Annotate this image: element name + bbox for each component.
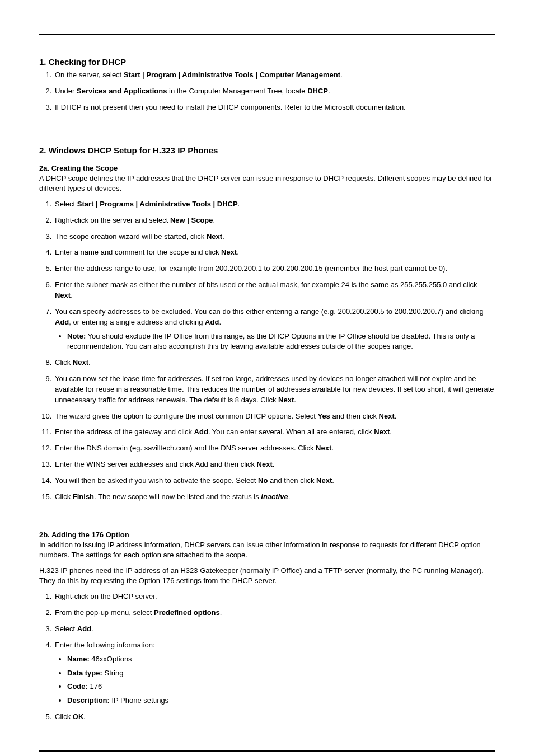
- text: Select: [55, 200, 77, 208]
- list-item: Enter the following information: Name: 4…: [54, 640, 495, 706]
- text: . You can enter several. When all are en…: [208, 428, 374, 436]
- bold-text: Add: [205, 318, 219, 326]
- text: and then click: [268, 476, 316, 485]
- bold-text: No: [258, 476, 268, 485]
- text: .: [328, 87, 330, 95]
- bold-text: Finish: [73, 492, 94, 501]
- text: String: [102, 669, 124, 677]
- list-item: Select Add.: [54, 624, 495, 635]
- text: Under: [55, 87, 77, 95]
- section-2b-list: Right-click on the DHCP server. From the…: [54, 591, 495, 722]
- bold-text: Add: [77, 624, 91, 633]
- bold-text: Yes: [317, 412, 330, 420]
- bold-text: Note:: [67, 332, 86, 340]
- list-item: Under Services and Applications in the C…: [54, 86, 495, 97]
- list-item: On the server, select Start | Program | …: [54, 70, 495, 81]
- text: IP Phone settings: [110, 696, 168, 705]
- text: .: [219, 318, 221, 326]
- bold-text: Next: [316, 444, 331, 452]
- text: .: [213, 216, 216, 224]
- text: Enter the subnet mask as either the numb…: [55, 280, 477, 289]
- text: and then click: [330, 412, 379, 420]
- info-item: Code: 176: [67, 682, 495, 692]
- bold-text: Add: [55, 318, 69, 326]
- section-2a-intro: A DHCP scope defines the IP addresses th…: [39, 173, 495, 194]
- text: .: [273, 460, 275, 468]
- text: Right-click on the server and select: [55, 216, 170, 224]
- note-list: Note: You should exclude the IP Office f…: [67, 331, 495, 353]
- list-item: Enter the WINS server addresses and clic…: [54, 459, 495, 470]
- list-item: If DHCP is not present then you need to …: [54, 102, 495, 113]
- bold-text: Start | Program | Administrative Tools |…: [124, 71, 340, 79]
- text: .: [331, 444, 334, 452]
- bold-text: Services and Applications: [77, 87, 167, 95]
- text: You will then be asked if you wish to ac…: [55, 476, 258, 485]
- text: Enter the following information:: [55, 641, 154, 649]
- text: Select: [55, 624, 77, 633]
- bold-text: Next: [379, 412, 395, 420]
- text: in the Computer Management Tree, locate: [167, 87, 307, 95]
- list-item: Click Finish. The new scope will now be …: [54, 492, 495, 503]
- section-2a-heading: 2a. Creating the Scope: [39, 164, 495, 172]
- info-item: Data type: String: [67, 668, 495, 679]
- text: .: [340, 71, 343, 79]
- bold-text: Predefined options: [154, 608, 220, 617]
- list-item: Enter a name and comment for the scope a…: [54, 247, 495, 258]
- text: .: [88, 358, 91, 367]
- list-item: The scope creation wizard will be starte…: [54, 232, 495, 242]
- text: .: [220, 608, 222, 617]
- text: Enter the WINS server addresses and clic…: [55, 460, 257, 468]
- text: If DHCP is not present then you need to …: [55, 103, 406, 111]
- section-2b-intro1: In addition to issuing IP address inform…: [39, 540, 495, 560]
- bold-text: Next: [374, 428, 390, 436]
- list-item: Right-click on the server and select New…: [54, 215, 495, 226]
- text: .: [222, 232, 224, 241]
- note-item: Note: You should exclude the IP Office f…: [67, 331, 495, 353]
- text: .: [294, 396, 296, 404]
- info-list: Name: 46xxOptions Data type: String Code…: [67, 654, 495, 706]
- text: .: [237, 248, 239, 256]
- bold-text: Add: [194, 428, 208, 436]
- bold-text: Start | Programs | Administrative Tools …: [77, 200, 238, 208]
- text: Enter a name and comment for the scope a…: [55, 248, 221, 256]
- text: You can now set the lease time for addre…: [55, 374, 494, 404]
- text: 176: [88, 682, 102, 691]
- text: From the pop-up menu, select: [55, 608, 154, 617]
- bold-text: Next: [221, 248, 237, 256]
- text: You should exclude the IP Office from th…: [67, 332, 475, 351]
- bold-text: Next: [73, 358, 88, 367]
- list-item: Click OK.: [54, 712, 495, 722]
- list-item: Enter the address range to use, for exam…: [54, 264, 495, 274]
- bold-text: New | Scope: [170, 216, 213, 224]
- bold-text: Next: [257, 460, 273, 468]
- text: 46xxOptions: [90, 655, 132, 663]
- bold-text: Name:: [67, 655, 90, 663]
- text: , or entering a single address and click…: [69, 318, 205, 326]
- list-item: Right-click on the DHCP server.: [54, 591, 495, 602]
- info-item: Description: IP Phone settings: [67, 696, 495, 706]
- list-item: You can specify addresses to be excluded…: [54, 307, 495, 352]
- list-item: Enter the address of the gateway and cli…: [54, 427, 495, 438]
- text: The scope creation wizard will be starte…: [55, 232, 207, 241]
- text: .: [238, 200, 240, 208]
- text: . The new scope will now be listed and t…: [94, 492, 261, 501]
- text: .: [83, 712, 86, 721]
- bold-text: Next: [278, 396, 294, 404]
- bold-text: Next: [55, 291, 71, 299]
- list-item: The wizard gives the option to configure…: [54, 411, 495, 422]
- text: .: [71, 291, 73, 299]
- bold-text: OK: [73, 712, 84, 721]
- bold-text: Next: [207, 232, 222, 241]
- text: .: [390, 428, 392, 436]
- bold-text: Code:: [67, 682, 88, 691]
- bold-text: Data type:: [67, 669, 102, 677]
- text: Click: [55, 358, 73, 367]
- text: Enter the address range to use, for exam…: [55, 264, 447, 273]
- bottom-divider: [39, 750, 495, 752]
- text: You can specify addresses to be excluded…: [55, 307, 484, 316]
- list-item: Select Start | Programs | Administrative…: [54, 199, 495, 210]
- text: Click: [55, 712, 73, 721]
- bold-italic-text: Inactive: [261, 492, 288, 501]
- text: .: [395, 412, 397, 420]
- text: Right-click on the DHCP server.: [55, 592, 157, 600]
